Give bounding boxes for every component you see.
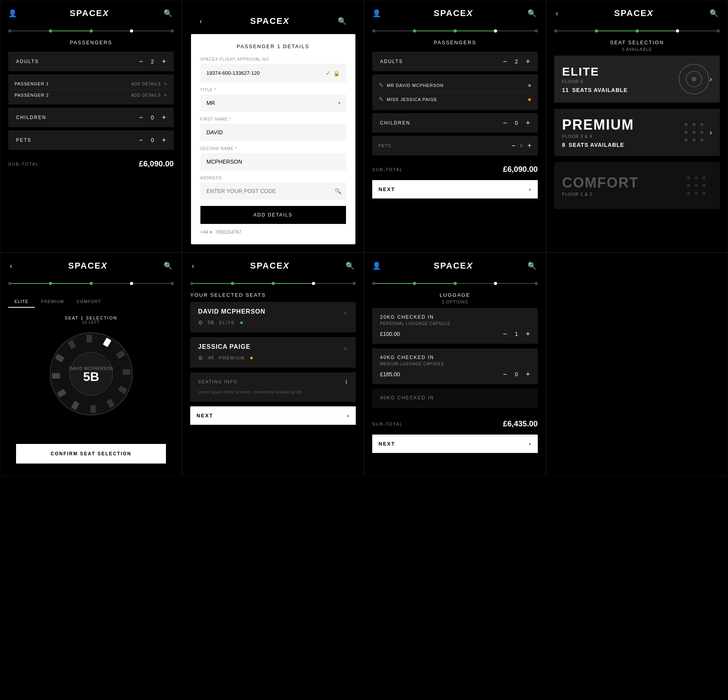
search-btn-3[interactable]: 🔍 bbox=[526, 7, 538, 19]
panel3-next-wrapper: NEXT › bbox=[364, 180, 546, 206]
luggage-40kg-price-row: £185.00 − 0 + bbox=[380, 371, 530, 378]
add-details-btn[interactable]: ADD DETAILS bbox=[200, 206, 346, 224]
spacex-logo-4: SPACEX bbox=[614, 8, 654, 18]
panel3-pets-inc[interactable]: + bbox=[527, 142, 532, 149]
david-edit-icon[interactable]: ✎ bbox=[343, 310, 348, 317]
progress-bar-6 bbox=[182, 279, 364, 288]
seat-selection-title: SEAT 1 SELECTION bbox=[8, 316, 174, 320]
tab-elite[interactable]: ELITE bbox=[8, 296, 35, 308]
premium-category-card[interactable]: PREMIUM FLOOR 3 & 4 8 SEATS AVAILABLE › bbox=[554, 109, 720, 156]
adults-counter-row: ADULTS − 2 + bbox=[8, 52, 174, 71]
second-name-label: SECOND NAME * bbox=[200, 146, 346, 151]
prog4-dot-1 bbox=[554, 29, 557, 32]
jessica-card-header: JESSICA PAIGE ✎ bbox=[198, 343, 348, 354]
luggage-20kg-dec[interactable]: − bbox=[503, 330, 507, 337]
prog-line-4 bbox=[133, 31, 171, 31]
progress-bar-3 bbox=[364, 26, 546, 36]
postcode-input[interactable] bbox=[200, 182, 346, 200]
tab-comfort[interactable]: COMFORT bbox=[70, 296, 107, 308]
panel3-adults-controls: − 2 + bbox=[503, 58, 530, 65]
second-name-input[interactable] bbox=[200, 153, 346, 170]
title-select-wrapper: MR MRS MISS DR ▾ bbox=[200, 94, 346, 112]
svg-point-4 bbox=[692, 123, 696, 126]
elite-pattern-icon bbox=[678, 63, 710, 95]
back-btn-5[interactable]: ‹ bbox=[8, 260, 14, 272]
panel7-subtotal-label: SUB-TOTAL bbox=[372, 422, 403, 426]
first-name-input[interactable] bbox=[200, 124, 346, 141]
panel3-adults-dec[interactable]: − bbox=[503, 58, 507, 65]
panel2-header: ‹ SPACEX 🔍 bbox=[190, 8, 356, 34]
children-controls: − 0 + bbox=[139, 114, 166, 121]
search-btn-1[interactable]: 🔍 bbox=[162, 7, 174, 19]
comfort-floor: FLOOR 1 & 2 bbox=[562, 192, 681, 197]
passenger-2-item: PASSENGER 2 ADD DETAILS ✎ bbox=[14, 90, 168, 101]
prog4-dot-4 bbox=[676, 29, 679, 32]
jessica-edit-icon[interactable]: ✎ bbox=[343, 346, 348, 352]
children-decrement[interactable]: − bbox=[139, 114, 143, 121]
prog7-dot-3 bbox=[454, 282, 457, 285]
children-increment[interactable]: + bbox=[162, 114, 166, 121]
panel3-adults-inc[interactable]: + bbox=[526, 58, 530, 65]
elite-category-card[interactable]: ELITE FLOOR 5 11 SEATS AVAILABLE › bbox=[554, 56, 720, 103]
premium-count: 8 SEATS AVAILABLE bbox=[562, 142, 678, 148]
modal-form: PASSENGER 1 DETAILS SPACEX FLIGHT APPROV… bbox=[191, 34, 355, 244]
adults-increment[interactable]: + bbox=[162, 58, 166, 65]
search-btn-6[interactable]: 🔍 bbox=[344, 260, 356, 272]
panel-seat-selector: ‹ SPACEX 🔍 ELITE PREMIUM COMFORT SEAT 1 … bbox=[0, 253, 182, 476]
panel3-passenger-list: ✎ MR DAVID MCPHERSON ● ✎ MISS JESSICA PA… bbox=[372, 74, 538, 110]
luggage-40kg-qty: 0 bbox=[513, 371, 519, 377]
confirm-seat-btn[interactable]: CONFIRM SEAT SELECTION bbox=[16, 444, 166, 464]
pets-decrement[interactable]: − bbox=[139, 137, 143, 144]
panel3-p1-name: MR DAVID MCPHERSON bbox=[387, 83, 444, 88]
luggage-20kg-inc[interactable]: + bbox=[526, 330, 530, 337]
david-seat-num: 5B bbox=[208, 320, 214, 325]
search-btn-5[interactable]: 🔍 bbox=[162, 260, 174, 272]
panel3-p1-edit-icon: ✎ bbox=[378, 81, 384, 89]
search-btn-7[interactable]: 🔍 bbox=[526, 260, 538, 272]
phone-row: +44 ▾ 7850154767 bbox=[200, 229, 346, 235]
title-select[interactable]: MR MRS MISS DR bbox=[200, 94, 346, 112]
svg-point-16 bbox=[695, 184, 698, 187]
prog4-line-2 bbox=[598, 31, 636, 31]
panel7-subtitle: 3 OPTIONS bbox=[364, 299, 546, 308]
panel6-title: YOUR SELECTED SEATS bbox=[182, 288, 364, 302]
phone-code: +44 ▾ bbox=[200, 229, 212, 235]
panel3-children-inc[interactable]: + bbox=[526, 119, 530, 126]
luggage-extra-title: 40KG CHECKED IN bbox=[380, 395, 530, 401]
back-btn-6[interactable]: ‹ bbox=[190, 260, 196, 272]
panel7-next-wrapper: NEXT › bbox=[364, 435, 546, 457]
panel7-next-btn[interactable]: NEXT › bbox=[372, 435, 538, 453]
luggage-40kg-card: 40KG CHECKED IN MEDIUM LUGGAGE CAPSULE £… bbox=[372, 348, 538, 384]
panel6-next-btn[interactable]: NEXT › bbox=[190, 406, 356, 425]
panel4-header: ‹ SPACEX 🔍 bbox=[546, 0, 728, 26]
address-label: ADDRESS bbox=[200, 176, 346, 180]
premium-arrow-icon: › bbox=[710, 128, 712, 137]
panel3-p2-status-icon: ● bbox=[528, 96, 532, 103]
panel3-children-dec[interactable]: − bbox=[503, 119, 507, 126]
selected-seats-list: DAVID MCPHERSON ✎ ⚙ 5B ELITE ● JESSICA P… bbox=[182, 302, 364, 402]
flight-approval-value: 19374-600-133627-120 bbox=[207, 70, 260, 76]
luggage-40kg-dec[interactable]: − bbox=[503, 371, 507, 378]
search-btn-2[interactable]: 🔍 bbox=[336, 15, 348, 27]
panel5-header: ‹ SPACEX 🔍 bbox=[0, 253, 182, 279]
pets-increment[interactable]: + bbox=[162, 137, 166, 144]
svg-point-12 bbox=[687, 176, 690, 179]
luggage-40kg-subtitle: MEDIUM LUGGAGE CAPSULE bbox=[380, 362, 530, 366]
passenger-1-action[interactable]: ADD DETAILS ✎ bbox=[131, 82, 168, 86]
back-btn-2[interactable]: ‹ bbox=[198, 16, 204, 27]
david-seat-card: DAVID MCPHERSON ✎ ⚙ 5B ELITE ● bbox=[190, 302, 356, 332]
back-btn-4[interactable]: ‹ bbox=[554, 8, 560, 19]
passenger-2-action[interactable]: ADD DETAILS ✎ bbox=[131, 93, 168, 97]
tab-premium[interactable]: PREMIUM bbox=[35, 296, 70, 308]
panel3-next-btn[interactable]: NEXT › bbox=[372, 180, 538, 198]
comfort-category-card[interactable]: COMFORT FLOOR 1 & 2 bbox=[554, 162, 720, 209]
luggage-20kg-price: £100.00 bbox=[380, 331, 400, 337]
panel3-pets-dec[interactable]: − bbox=[512, 142, 516, 149]
search-btn-4[interactable]: 🔍 bbox=[708, 7, 720, 19]
children-counter-row: CHILDREN − 0 + bbox=[8, 108, 174, 127]
adults-decrement[interactable]: − bbox=[139, 58, 143, 65]
prog6-dot-2 bbox=[231, 282, 234, 285]
luggage-20kg-price-row: £100.00 − 1 + bbox=[380, 330, 530, 337]
luggage-40kg-inc[interactable]: + bbox=[526, 371, 530, 378]
modal-title: PASSENGER 1 DETAILS bbox=[200, 43, 346, 49]
